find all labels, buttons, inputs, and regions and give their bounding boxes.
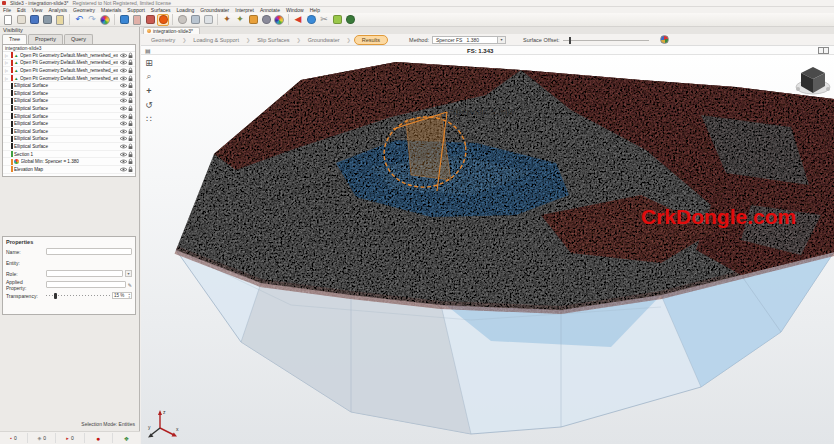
navigation-cube[interactable] [794, 61, 832, 103]
tree-row[interactable]: Elliptical Surface [3, 82, 135, 90]
rotate-icon[interactable]: ↺ [143, 99, 155, 110]
method-dropdown[interactable]: Spencer FS 1.380 ▾ [432, 36, 506, 44]
groundwater-icon[interactable] [260, 14, 272, 26]
tree-row[interactable]: Elliptical Surface [3, 136, 135, 144]
lock-icon[interactable] [128, 82, 133, 89]
red-grid-icon[interactable] [144, 14, 156, 26]
tree-row[interactable]: Elliptical Surface [3, 120, 135, 128]
checker-icon[interactable] [331, 14, 343, 26]
view-layout-icon[interactable] [818, 47, 829, 54]
surface-offset-slider[interactable] [563, 36, 649, 44]
transparency-spinner[interactable]: 15 % ▴▾ [112, 292, 132, 299]
lock-icon[interactable] [128, 120, 133, 127]
tree-row[interactable]: Elliptical Surface [3, 113, 135, 121]
lock-icon[interactable] [128, 75, 133, 82]
method-dropdown-arrow-icon[interactable]: ▾ [498, 36, 506, 44]
eye-icon[interactable] [120, 114, 127, 119]
lock-icon[interactable] [128, 67, 133, 74]
eye-icon[interactable] [120, 159, 127, 164]
new-document-icon[interactable] [2, 14, 14, 26]
tree-row[interactable]: Elliptical Surface [3, 105, 135, 113]
eye-icon[interactable] [120, 98, 127, 103]
select-window-icon[interactable] [202, 14, 214, 26]
eye-icon[interactable] [120, 144, 127, 149]
tree-row[interactable]: Elliptical Surface [3, 90, 135, 98]
lock-icon[interactable] [128, 158, 133, 165]
expand-arrow-icon[interactable]: ▷ [5, 76, 9, 81]
tree-row[interactable]: Elliptical Surface [3, 143, 135, 151]
transparency-slider[interactable] [46, 292, 110, 299]
report-icon[interactable]: ▤ [145, 47, 151, 54]
workflow-step-geometry[interactable]: Geometry [147, 36, 179, 44]
eye-icon[interactable] [120, 106, 127, 111]
undo-icon[interactable]: ↶ [73, 14, 85, 26]
snapshot-indicator[interactable]: ❖ [113, 433, 140, 443]
slope-model[interactable]: Spencer: 1.343 CrkDongle.com [141, 55, 834, 444]
tree-row[interactable]: Elliptical Surface [3, 98, 135, 106]
3d-viewport[interactable]: ⊞ ⌕ + ↺ ∷ z x y [141, 55, 834, 444]
transparency-slider-handle[interactable] [54, 293, 57, 299]
role-dropdown[interactable] [46, 270, 123, 277]
surface-offset-handle[interactable] [569, 37, 572, 44]
workflow-step-slip-surfaces[interactable]: Slip Surfaces [253, 36, 293, 44]
print-icon[interactable] [41, 14, 53, 26]
eye-icon[interactable] [120, 129, 127, 134]
expand-arrow-icon[interactable]: ▷ [5, 68, 9, 73]
eye-icon[interactable] [120, 60, 127, 65]
lock-icon[interactable] [128, 151, 133, 158]
tab-query[interactable]: Query [64, 34, 93, 44]
workflow-step-loading-support[interactable]: Loading & Support [189, 36, 243, 44]
gray-sphere-icon[interactable] [176, 14, 188, 26]
tree-row[interactable]: ▷▲Open Pit Geometry:Default.Mesh_remeshe… [3, 75, 135, 83]
redo-icon[interactable]: ↷ [86, 14, 98, 26]
zoom-icon[interactable]: ⌕ [143, 71, 155, 82]
tree-row[interactable]: ▷▲Open Pit Geometry:Default.Mesh_remeshe… [3, 60, 135, 68]
spinner-arrows-icon[interactable]: ▴▾ [128, 293, 130, 298]
tree-root[interactable]: integration-slide3 [3, 45, 135, 52]
tree-row[interactable]: ▷▲Open Pit Geometry:Default.Mesh_remeshe… [3, 67, 135, 75]
workflow-step-results[interactable]: Results [354, 35, 388, 45]
page-grid-icon[interactable] [15, 14, 27, 26]
lock-icon[interactable] [128, 105, 133, 112]
more-tools-icon[interactable]: ∷ [143, 113, 155, 124]
materials-hand-icon[interactable]: ✦ [234, 14, 246, 26]
lock-icon[interactable] [128, 52, 133, 59]
applied-property-dropdown[interactable] [46, 281, 126, 288]
color-wheel-icon[interactable] [99, 14, 111, 26]
tree-row[interactable]: Elevation Map [3, 166, 135, 174]
copy-protect-icon[interactable] [189, 14, 201, 26]
tree-row[interactable]: Global Min: Spencer = 1.380 [3, 158, 135, 166]
workflow-step-groundwater[interactable]: Groundwater [304, 36, 344, 44]
annotate-wedge-icon[interactable]: ◀ [292, 14, 304, 26]
import-image-icon[interactable] [54, 14, 66, 26]
tab-property[interactable]: Property [28, 34, 63, 44]
tree-row[interactable]: ▷▲Open Pit Geometry:Default.Mesh_remeshe… [3, 52, 135, 60]
lock-icon[interactable] [128, 143, 133, 150]
lock-icon[interactable] [128, 97, 133, 104]
tree-row[interactable]: Section 1 [3, 151, 135, 159]
colored-sphere-icon[interactable] [660, 35, 669, 44]
lock-icon[interactable] [128, 90, 133, 97]
tab-tree[interactable]: Tree [2, 34, 27, 44]
support-hand-icon[interactable]: ✦ [221, 14, 233, 26]
tree-row[interactable]: Elliptical Surface [3, 128, 135, 136]
eye-icon[interactable] [120, 53, 127, 58]
zoom-extents-icon[interactable]: ⊞ [143, 57, 155, 68]
lock-icon[interactable] [128, 113, 133, 120]
eye-icon[interactable] [120, 152, 127, 157]
eye-icon[interactable] [120, 83, 127, 88]
eye-icon[interactable] [120, 167, 127, 172]
expand-arrow-icon[interactable]: ▷ [5, 60, 9, 65]
measure-icon[interactable]: ✂ [318, 14, 330, 26]
eye-icon[interactable] [120, 91, 127, 96]
interpret-sphere-icon[interactable] [273, 14, 285, 26]
save-icon[interactable] [28, 14, 40, 26]
lock-icon[interactable] [128, 166, 133, 173]
eye-icon[interactable] [120, 68, 127, 73]
record-indicator[interactable]: ● [85, 433, 113, 443]
lock-icon[interactable] [128, 135, 133, 142]
globe-icon[interactable] [305, 14, 317, 26]
document-tab[interactable]: integration-slide3* [143, 27, 200, 34]
red-note-icon[interactable] [131, 14, 143, 26]
green-sphere-icon[interactable] [344, 14, 356, 26]
